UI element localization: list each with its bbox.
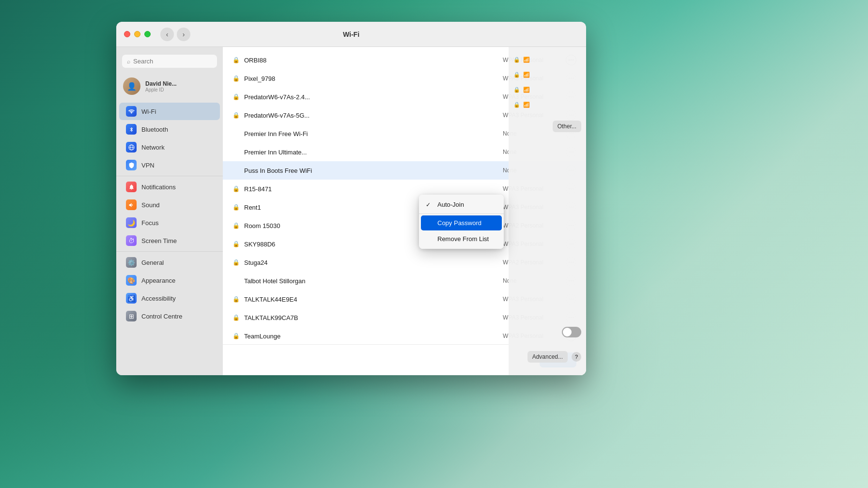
sidebar-item-focus[interactable]: 🌙 Focus bbox=[119, 214, 220, 231]
lock-icon: 🔒 bbox=[232, 204, 240, 211]
right-panel-network-4: 🔒 📶 bbox=[513, 102, 581, 108]
sidebar-item-controlcentre-label: Control Centre bbox=[141, 313, 183, 320]
lock-small-icon: 🔒 bbox=[513, 72, 520, 78]
accessibility-icon: ♿ bbox=[126, 293, 137, 304]
lock-small-icon: 🔒 bbox=[513, 87, 520, 93]
toggle-knob bbox=[563, 328, 572, 336]
right-panel-network-2: 🔒 📶 bbox=[513, 72, 581, 78]
lock-icon: 🔒 bbox=[232, 57, 240, 63]
context-menu-remove-from-list[interactable]: Remove From List bbox=[419, 231, 504, 246]
window-body: ⌕ 👤 David Nie... Apple ID Wi-Fi bbox=[116, 47, 586, 375]
window-title: Wi-Fi bbox=[343, 30, 359, 38]
sidebar-item-controlcentre[interactable]: ⊞ Control Centre bbox=[119, 307, 220, 325]
user-section[interactable]: 👤 David Nie... Apple ID bbox=[116, 74, 223, 99]
network-name: PredatorW6-v7As-2.4... bbox=[244, 93, 503, 101]
network-name: TALKTALK99CA7B bbox=[244, 314, 503, 321]
right-panel-network-3: 🔒 📶 bbox=[513, 87, 581, 93]
sidebar-item-appearance[interactable]: 🎨 Appearance bbox=[119, 272, 220, 289]
search-input[interactable] bbox=[133, 58, 212, 65]
lock-icon: 🔒 bbox=[232, 296, 240, 303]
close-button[interactable] bbox=[124, 31, 130, 37]
context-menu-auto-join[interactable]: ✓ Auto-Join bbox=[419, 197, 504, 212]
user-name: David Nie... bbox=[145, 80, 177, 87]
network-name: Premier Inn Ultimate... bbox=[244, 149, 503, 156]
checkmark-icon: ✓ bbox=[426, 201, 434, 208]
sidebar-item-bluetooth[interactable]: Bluetooth bbox=[119, 121, 220, 138]
sidebar-item-accessibility-label: Accessibility bbox=[141, 295, 176, 302]
maximize-button[interactable] bbox=[144, 31, 151, 37]
other-button[interactable]: Other... bbox=[553, 121, 581, 132]
user-info: David Nie... Apple ID bbox=[145, 80, 177, 92]
screentime-icon: ⏱ bbox=[126, 235, 137, 246]
network-name: TALKTALK44E9E4 bbox=[244, 296, 503, 303]
sidebar: ⌕ 👤 David Nie... Apple ID Wi-Fi bbox=[116, 47, 223, 375]
right-panel-network-1: 🔒 📶 bbox=[513, 57, 581, 63]
network-name: Premier Inn Free Wi-Fi bbox=[244, 130, 503, 137]
context-menu-divider bbox=[419, 214, 504, 214]
context-menu-copy-password[interactable]: Copy Password bbox=[421, 215, 502, 230]
sound-icon bbox=[126, 199, 137, 210]
sidebar-item-bluetooth-label: Bluetooth bbox=[141, 126, 168, 133]
sidebar-item-vpn-label: VPN bbox=[141, 162, 155, 169]
sidebar-item-focus-label: Focus bbox=[141, 219, 158, 227]
main-window: ‹ › Wi-Fi ⌕ 👤 David Nie... Apple ID bbox=[116, 22, 586, 375]
lock-small-icon: 🔒 bbox=[513, 57, 520, 63]
remove-from-list-label: Remove From List bbox=[437, 235, 489, 243]
lock-icon: 🔒 bbox=[232, 241, 240, 247]
lock-icon: 🔒 bbox=[232, 222, 240, 229]
sidebar-item-sound-label: Sound bbox=[141, 201, 160, 209]
sidebar-item-vpn[interactable]: VPN bbox=[119, 156, 220, 174]
network-name: Talbot Hotel Stillorgan bbox=[244, 277, 503, 285]
network-name: TeamLounge bbox=[244, 333, 503, 340]
back-button[interactable]: ‹ bbox=[160, 28, 174, 41]
bluetooth-icon bbox=[126, 124, 137, 135]
lock-icon: 🔒 bbox=[232, 259, 240, 266]
focus-icon: 🌙 bbox=[126, 217, 137, 228]
nav-buttons: ‹ › bbox=[160, 28, 190, 41]
network-icon bbox=[126, 142, 137, 152]
search-icon: ⌕ bbox=[127, 58, 130, 65]
sidebar-item-notifications-label: Notifications bbox=[141, 183, 176, 191]
appearance-icon: 🎨 bbox=[126, 275, 137, 286]
minimize-button[interactable] bbox=[134, 31, 140, 37]
sidebar-item-notifications[interactable]: Notifications bbox=[119, 178, 220, 196]
vpn-icon bbox=[126, 160, 137, 170]
network-name: Puss In Boots Free WiFi bbox=[244, 167, 503, 174]
sidebar-item-wifi[interactable]: Wi-Fi bbox=[119, 103, 220, 120]
search-bar[interactable]: ⌕ bbox=[122, 55, 217, 68]
network-name: Pixel_9798 bbox=[244, 75, 503, 82]
lock-icon: 🔒 bbox=[232, 314, 240, 321]
avatar: 👤 bbox=[123, 77, 140, 95]
lock-small-icon: 🔒 bbox=[513, 102, 520, 108]
copy-password-label: Copy Password bbox=[437, 219, 481, 227]
window-controls bbox=[124, 31, 151, 37]
main-content: 🔒 ORBI88 WPA3 Personal ··· 🔒 Pixel_9798 … bbox=[223, 47, 586, 375]
notifications-icon bbox=[126, 182, 137, 192]
forward-button[interactable]: › bbox=[177, 28, 190, 41]
general-icon: ⚙️ bbox=[126, 257, 137, 268]
wifi-icon bbox=[126, 106, 137, 117]
sidebar-item-general[interactable]: ⚙️ General bbox=[119, 254, 220, 271]
sidebar-item-wifi-label: Wi-Fi bbox=[141, 108, 156, 115]
sidebar-item-sound[interactable]: Sound bbox=[119, 196, 220, 214]
sidebar-item-screentime[interactable]: ⏱ Screen Time bbox=[119, 232, 220, 249]
context-menu: ✓ Auto-Join Copy Password Remove From Li… bbox=[419, 195, 504, 249]
sidebar-item-accessibility[interactable]: ♿ Accessibility bbox=[119, 290, 220, 307]
sidebar-item-appearance-label: Appearance bbox=[141, 277, 175, 284]
lock-icon: 🔒 bbox=[232, 75, 240, 82]
controlcentre-icon: ⊞ bbox=[126, 311, 137, 321]
wifi-right-panel: 🔒 📶 🔒 📶 🔒 📶 🔒 📶 Other... bbox=[509, 47, 586, 375]
network-name: PredatorW6-v7As-5G... bbox=[244, 112, 503, 119]
lock-icon: 🔒 bbox=[232, 333, 240, 339]
sidebar-item-network[interactable]: Network bbox=[119, 138, 220, 156]
advanced-button[interactable]: Advanced... bbox=[527, 351, 568, 363]
auto-join-label: Auto-Join bbox=[437, 201, 464, 208]
title-bar: ‹ › Wi-Fi bbox=[116, 22, 586, 47]
help-button[interactable]: ? bbox=[572, 352, 581, 362]
sidebar-item-general-label: General bbox=[141, 259, 164, 266]
lock-icon: 🔒 bbox=[232, 112, 240, 119]
wifi-toggle[interactable] bbox=[562, 327, 581, 337]
lock-icon: 🔒 bbox=[232, 93, 240, 100]
network-name: R15-8471 bbox=[244, 185, 503, 193]
sidebar-item-network-label: Network bbox=[141, 144, 165, 151]
